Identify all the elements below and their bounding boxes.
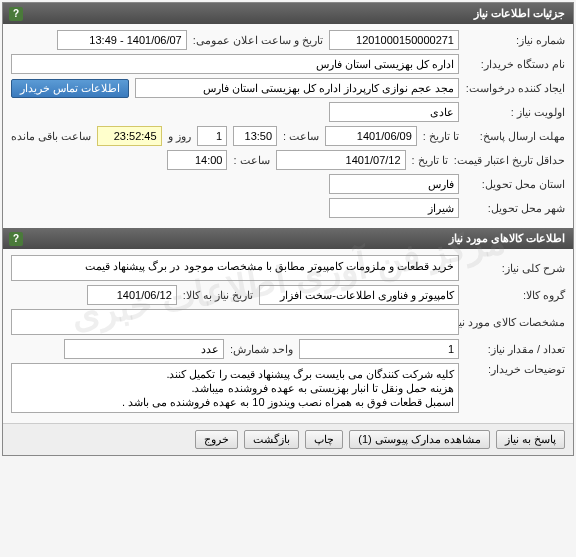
buyer-label: نام دستگاه خریدار: [465,58,565,71]
validity-date-field: 1401/07/12 [276,150,406,170]
remaining-time-field: 23:52:45 [97,126,161,146]
to-date-label: تا تاریخ : [423,130,459,143]
deadline-label: مهلت ارسال پاسخ: [465,130,565,143]
days-label: روز و [168,130,191,143]
respond-button[interactable]: پاسخ به نیاز [496,430,565,449]
need-info-header: جزئیات اطلاعات نیاز ? [3,3,573,24]
group-field: کامپیوتر و فناوری اطلاعات-سخت افزار [259,285,459,305]
goods-date-field: 1401/06/12 [87,285,177,305]
desc-field: خرید قطعات و ملزومات کامپیوتر مطابق با م… [11,255,459,281]
city-field: شیراز [329,198,459,218]
goods-info-header: اطلاعات کالاهای مورد نیاز ? [3,228,573,249]
announce-label: تاریخ و ساعت اعلان عمومی: [193,34,323,47]
requester-field: مجد عجم نوازی کارپرداز اداره کل بهزیستی … [135,78,459,98]
print-button[interactable]: چاپ [305,430,343,449]
validity-time-field: 14:00 [167,150,227,170]
priority-field: عادی [329,102,459,122]
button-bar: پاسخ به نیاز مشاهده مدارک پیوستی (1) چاپ… [3,423,573,455]
help-icon[interactable]: ? [9,7,23,21]
to-date-label-2: تا تاریخ : [412,154,448,167]
exit-button[interactable]: خروج [195,430,238,449]
requester-label: ایجاد کننده درخواست: [465,82,565,95]
back-button[interactable]: بازگشت [244,430,299,449]
notes-field: کلیه شرکت کنندگان می بایست برگ پیشنهاد ق… [11,363,459,413]
need-info-body: شماره نیاز: 1201000150000271 تاریخ و ساع… [3,24,573,228]
unit-label: واحد شمارش: [230,343,293,356]
time-label-2: ساعت : [233,154,269,167]
desc-label: شرح کلی نیاز: [465,262,565,275]
qty-label: تعداد / مقدار نیاز: [465,343,565,356]
priority-label: اولویت نیاز : [465,106,565,119]
group-label: گروه کالا: [465,289,565,302]
qty-field: 1 [299,339,459,359]
state-label: استان محل تحویل: [465,178,565,191]
spec-field [11,309,459,335]
city-label: شهر محل تحویل: [465,202,565,215]
spec-label: مشخصات کالای مورد نیاز: [465,316,565,329]
notes-label: توضیحات خریدار: [465,363,565,376]
main-window: جزئیات اطلاعات نیاز ? شماره نیاز: 120100… [2,2,574,456]
deadline-time-field: 13:50 [233,126,277,146]
help-icon-2[interactable]: ? [9,232,23,246]
need-number-field: 1201000150000271 [329,30,459,50]
buyer-field: اداره کل بهزیستی استان فارس [11,54,459,74]
need-info-title: جزئیات اطلاعات نیاز [474,7,565,19]
state-field: فارس [329,174,459,194]
deadline-date-field: 1401/06/09 [325,126,417,146]
unit-field: عدد [64,339,224,359]
attachments-button[interactable]: مشاهده مدارک پیوستی (1) [349,430,490,449]
time-label-1: ساعت : [283,130,319,143]
goods-info-title: اطلاعات کالاهای مورد نیاز [449,232,565,244]
goods-info-body: شرح کلی نیاز: خرید قطعات و ملزومات کامپی… [3,249,573,423]
days-field: 1 [197,126,227,146]
validity-label: حداقل تاریخ اعتبار قیمت: [454,154,565,167]
announce-field: 1401/06/07 - 13:49 [57,30,187,50]
contact-buyer-button[interactable]: اطلاعات تماس خریدار [11,79,129,98]
goods-date-label: تاریخ نیاز به کالا: [183,289,253,302]
remaining-label: ساعت باقی مانده [11,130,91,143]
need-number-label: شماره نیاز: [465,34,565,47]
